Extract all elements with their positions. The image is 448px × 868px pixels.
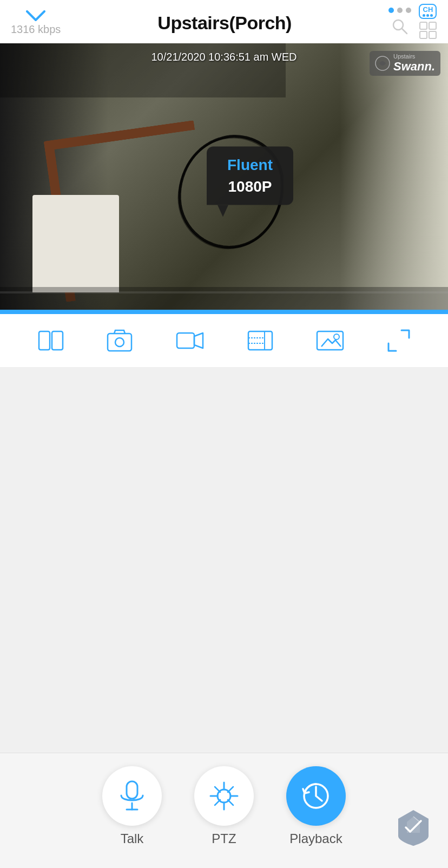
ptz-button[interactable] — [194, 766, 254, 826]
nav-item-talk[interactable]: Talk — [102, 766, 162, 846]
console-table — [32, 195, 119, 292]
ptz-label: PTZ — [212, 831, 236, 846]
svg-rect-2 — [420, 22, 427, 29]
nav-item-playback[interactable]: Playback — [286, 766, 346, 846]
camera-controls-bar — [0, 314, 448, 368]
talk-button[interactable] — [102, 766, 162, 826]
svg-rect-5 — [429, 31, 436, 38]
svg-rect-7 — [39, 331, 50, 350]
camera-progress-bar — [0, 310, 448, 314]
main-content-area — [0, 368, 448, 747]
brand-top-label: Upstairs — [393, 53, 435, 60]
snapshot-button[interactable] — [102, 325, 137, 356]
svg-rect-12 — [248, 331, 272, 350]
home-shield-icon[interactable] — [395, 808, 432, 849]
svg-line-1 — [402, 29, 407, 34]
bitrate-display: 1316 kbps — [11, 23, 61, 36]
svg-rect-4 — [420, 31, 427, 38]
split-view-button[interactable] — [34, 326, 68, 355]
talk-label: Talk — [121, 831, 144, 846]
svg-point-10 — [115, 338, 124, 347]
svg-rect-11 — [177, 333, 194, 348]
record-button[interactable] — [172, 327, 208, 355]
playback-label: Playback — [289, 831, 342, 846]
svg-line-28 — [228, 800, 233, 805]
header-actions: CH — [388, 4, 437, 42]
indicator-dots — [388, 8, 411, 13]
svg-rect-17 — [127, 781, 137, 799]
quality-resolution-label: 1080P — [223, 178, 277, 195]
grid-view-icon[interactable] — [419, 21, 437, 42]
svg-rect-8 — [52, 331, 63, 350]
brand-logo-overlay: Upstairs Swann. — [370, 51, 440, 76]
chevron-down-icon[interactable] — [26, 10, 45, 22]
svg-line-27 — [215, 800, 220, 805]
nav-item-ptz[interactable]: PTZ — [194, 766, 254, 846]
quality-fluent-label: Fluent — [223, 156, 277, 174]
quality-popup[interactable]: Fluent 1080P — [207, 147, 293, 205]
playback-button[interactable] — [286, 766, 346, 826]
bottom-navigation: Talk PTZ — [0, 753, 448, 868]
svg-rect-3 — [429, 22, 436, 29]
page-title: Upstairs(Porch) — [157, 12, 292, 34]
svg-line-26 — [228, 787, 233, 792]
channel-badge[interactable]: CH — [419, 4, 437, 19]
search-icon[interactable] — [391, 17, 409, 38]
app-header: 1316 kbps Upstairs(Porch) CH — [0, 0, 448, 43]
brand-name-label: Swann. — [393, 60, 435, 74]
svg-point-16 — [334, 334, 339, 340]
header-left: 1316 kbps — [11, 10, 61, 36]
svg-line-25 — [215, 787, 220, 792]
fullscreen-button[interactable] — [383, 325, 414, 356]
quality-button[interactable] — [243, 326, 278, 355]
camera-feed: 10/21/2020 10:36:51 am WED Upstairs Swan… — [0, 43, 448, 314]
svg-rect-9 — [108, 334, 131, 351]
image-settings-button[interactable] — [312, 326, 348, 355]
